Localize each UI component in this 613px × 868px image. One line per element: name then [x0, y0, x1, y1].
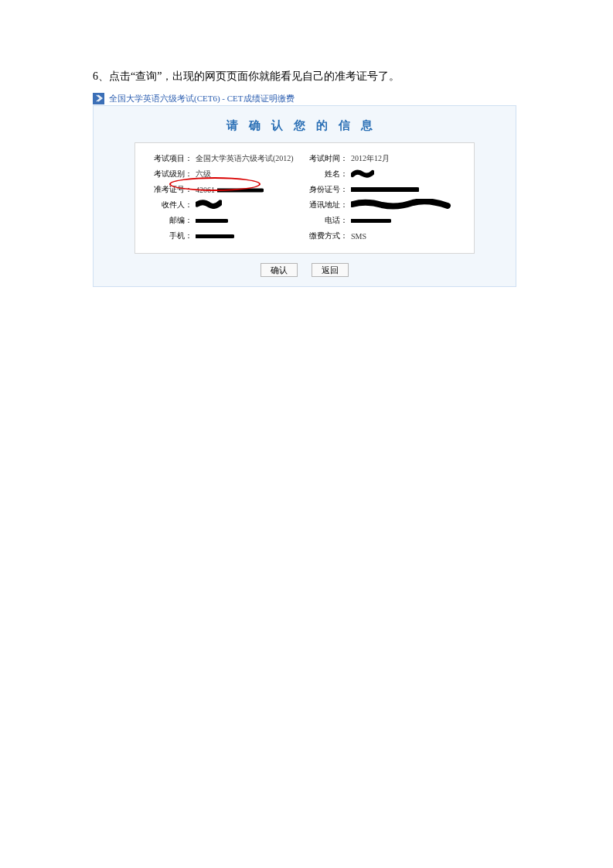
chevron-right-icon [93, 93, 104, 104]
exam-level-value: 六级 [196, 169, 211, 179]
phone-value-redacted [351, 217, 391, 225]
panel-header: 全国大学英语六级考试(CET6) - CET成绩证明缴费 [93, 91, 516, 105]
button-row: 确认 返回 [109, 263, 500, 277]
info-box: 考试项目： 全国大学英语六级考试(2012) 考试时间： 2012年12月 考试… [135, 142, 475, 254]
info-row: 考试级别： 六级 姓名： [149, 166, 460, 182]
name-label: 姓名： [305, 169, 348, 179]
payment-method-value: SMS [351, 232, 366, 241]
panel-body: 请确认您的信息 考试项目： 全国大学英语六级考试(2012) 考试时间： 201… [93, 105, 516, 287]
idcard-label: 身份证号： [305, 184, 348, 195]
info-row: 准考证号： 42061 身份证号： [149, 182, 460, 197]
info-row: 邮编： 电话： [149, 213, 460, 228]
phone-label: 电话： [305, 215, 348, 226]
name-value-redacted [351, 169, 374, 179]
recipient-value-redacted [196, 200, 222, 210]
exam-time-value: 2012年12月 [351, 153, 390, 164]
screenshot-panel: 全国大学英语六级考试(CET6) - CET成绩证明缴费 请确认您的信息 考试项… [93, 91, 516, 287]
address-label: 通讯地址： [305, 200, 348, 210]
postcode-value-redacted [196, 217, 228, 225]
payment-method-label: 缴费方式： [305, 231, 348, 241]
exam-level-label: 考试级别： [149, 169, 192, 179]
instruction-text: 6、点击“查询”，出现的网页页面你就能看见自己的准考证号了。 [93, 70, 582, 84]
postcode-label: 邮编： [149, 215, 192, 226]
info-row: 收件人： 通讯地址： [149, 197, 460, 213]
admission-num-prefix: 42061 [196, 186, 215, 194]
mobile-label: 手机： [149, 231, 192, 241]
panel-title: 全国大学英语六级考试(CET6) - CET成绩证明缴费 [109, 93, 295, 104]
confirm-button[interactable]: 确认 [261, 263, 298, 277]
address-value-redacted [351, 199, 451, 211]
back-button[interactable]: 返回 [312, 263, 349, 277]
recipient-label: 收件人： [149, 200, 192, 210]
admission-num-value: 42061 [196, 186, 264, 194]
mobile-value-redacted [196, 232, 234, 241]
exam-project-value: 全国大学英语六级考试(2012) [196, 153, 294, 164]
info-row: 手机： 缴费方式： SMS [149, 228, 460, 244]
idcard-value-redacted [351, 186, 419, 194]
exam-project-label: 考试项目： [149, 153, 192, 164]
confirm-heading: 请确认您的信息 [109, 118, 500, 133]
exam-time-label: 考试时间： [305, 153, 348, 164]
info-row: 考试项目： 全国大学英语六级考试(2012) 考试时间： 2012年12月 [149, 151, 460, 166]
admission-num-label: 准考证号： [149, 184, 192, 195]
